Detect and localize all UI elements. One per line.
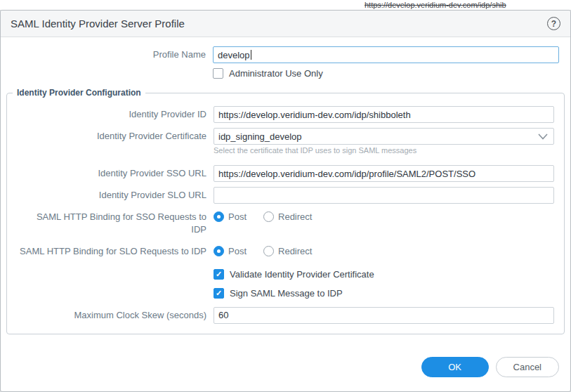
profile-name-input[interactable]: develop [213, 46, 559, 63]
slo-binding-row: SAML HTTP Binding for SLO Requests to ID… [7, 245, 554, 258]
idp-id-value: https://develop.veridium-dev.com/idp/shi… [218, 110, 411, 120]
idp-id-label: Identity Provider ID [7, 108, 214, 121]
sso-binding-row: SAML HTTP Binding for SSO Requests to ID… [7, 211, 554, 235]
profile-name-row: Profile Name develop [6, 46, 565, 63]
sso-binding-redirect-option[interactable]: Redirect [263, 211, 312, 222]
checkbox-icon[interactable]: ✓ [214, 288, 224, 299]
section-legend: Identity Provider Configuration [13, 88, 145, 98]
cancel-button[interactable]: Cancel [496, 357, 559, 377]
slo-binding-redirect-option[interactable]: Redirect [263, 246, 312, 256]
sso-binding-redirect-label: Redirect [278, 211, 312, 222]
ok-button[interactable]: OK [421, 357, 489, 377]
profile-name-label: Profile Name [6, 48, 213, 61]
idp-certificate-select[interactable]: idp_signing_develop [214, 128, 554, 145]
idp-certificate-value: idp_signing_develop [218, 131, 302, 142]
sso-binding-label: SAML HTTP Binding for SSO Requests to ID… [7, 211, 214, 235]
slo-binding-radio-group: Post Redirect [214, 245, 554, 257]
check-icon: ✓ [216, 289, 222, 297]
sign-saml-label: Sign SAML Message to IDP [230, 288, 343, 299]
sso-url-input[interactable]: https://develop.veridium-dev.com/idp/pro… [214, 165, 554, 182]
radio-icon[interactable] [214, 211, 224, 222]
slo-url-input[interactable] [214, 187, 554, 204]
slo-url-label: Identity Provider SLO URL [7, 189, 214, 202]
validate-cert-label: Validate Identity Provider Certificate [230, 269, 374, 280]
slo-binding-redirect-label: Redirect [278, 246, 312, 256]
dialog-body: Profile Name develop ✓ Administrator Use… [1, 37, 570, 334]
validate-cert-row: ✓ Validate Identity Provider Certificate [7, 269, 554, 280]
text-cursor [251, 50, 251, 60]
sso-url-row: Identity Provider SSO URL https://develo… [7, 165, 554, 182]
sso-url-label: Identity Provider SSO URL [7, 167, 214, 180]
slo-binding-label: SAML HTTP Binding for SLO Requests to ID… [7, 245, 214, 258]
idp-certificate-help-row: Select the certificate that IDP uses to … [7, 143, 554, 156]
background-page-content: https://develop.veridium-dev.com/idp/shi… [0, 0, 571, 10]
admin-use-only-checkbox[interactable]: ✓ Administrator Use Only [213, 68, 565, 79]
identity-provider-configuration-section: Identity Provider Configuration Identity… [6, 88, 565, 334]
slo-binding-post-label: Post [228, 246, 247, 256]
radio-icon[interactable] [214, 246, 224, 256]
sign-saml-row: ✓ Sign SAML Message to IDP [7, 288, 554, 299]
chevron-down-icon [538, 133, 548, 140]
help-icon[interactable]: ? [547, 17, 560, 30]
clock-skew-value: 60 [218, 310, 228, 320]
idp-certificate-label: Identity Provider Certificate [7, 130, 214, 143]
sign-saml-checkbox[interactable]: ✓ Sign SAML Message to IDP [214, 288, 554, 299]
slo-binding-post-option[interactable]: Post [214, 246, 247, 256]
checkbox-icon[interactable]: ✓ [213, 68, 223, 79]
profile-name-value: develop [218, 50, 250, 60]
dialog-footer: OK Cancel [421, 357, 559, 377]
sso-binding-post-option[interactable]: Post [214, 211, 247, 222]
radio-icon[interactable] [263, 211, 274, 222]
saml-idp-server-profile-dialog: SAML Identity Provider Server Profile ? … [0, 10, 571, 392]
clock-skew-label: Maximum Clock Skew (seconds) [7, 309, 214, 322]
sso-binding-radio-group: Post Redirect [214, 211, 554, 223]
sso-url-value: https://develop.veridium-dev.com/idp/pro… [218, 169, 475, 179]
validate-cert-checkbox[interactable]: ✓ Validate Identity Provider Certificate [214, 269, 554, 280]
admin-use-only-row: ✓ Administrator Use Only [6, 68, 565, 79]
admin-use-only-label: Administrator Use Only [229, 68, 323, 79]
clock-skew-row: Maximum Clock Skew (seconds) 60 [7, 307, 554, 324]
dialog-header: SAML Identity Provider Server Profile ? [1, 11, 570, 37]
sso-binding-post-label: Post [228, 211, 247, 222]
background-url-text: https://develop.veridium-dev.com/idp/shi… [365, 1, 506, 9]
idp-certificate-help-text: Select the certificate that IDP uses to … [214, 146, 416, 155]
radio-icon[interactable] [263, 246, 274, 256]
checkbox-icon[interactable]: ✓ [214, 269, 224, 280]
idp-id-input[interactable]: https://develop.veridium-dev.com/idp/shi… [214, 106, 554, 123]
dialog-title: SAML Identity Provider Server Profile [11, 18, 547, 30]
idp-id-row: Identity Provider ID https://develop.ver… [7, 106, 554, 123]
check-icon: ✓ [216, 270, 222, 278]
clock-skew-input[interactable]: 60 [214, 307, 554, 324]
idp-certificate-row: Identity Provider Certificate idp_signin… [7, 128, 554, 145]
slo-url-row: Identity Provider SLO URL [7, 187, 554, 204]
